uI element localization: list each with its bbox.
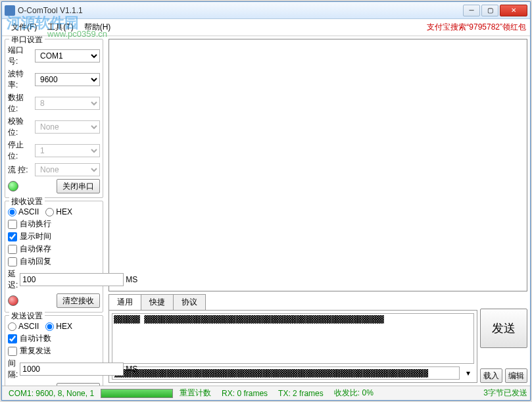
- minimize-button[interactable]: ─: [463, 5, 480, 16]
- reset-count-link[interactable]: 重置计数: [176, 388, 215, 399]
- clear-rx-button[interactable]: 清空接收: [57, 293, 100, 308]
- promo-text: 支付宝搜索“9795782”领红包: [427, 22, 526, 33]
- tx-tabs: 通用 快捷 协议: [109, 294, 477, 310]
- app-icon: [5, 5, 15, 16]
- clear-tx-button[interactable]: 清除发送: [57, 383, 100, 386]
- tab-general[interactable]: 通用: [109, 294, 141, 310]
- tab-proto[interactable]: 协议: [173, 294, 206, 310]
- parity-label: 校验位:: [8, 116, 33, 138]
- main-panel: 通用 快捷 协议 ▓▓▓▓▓▓ ▓▓▓▓▓▓▓▓▓▓▓▓▓▓▓▓▓▓▓▓▓▓▓▓…: [106, 36, 530, 386]
- rx-textarea[interactable]: [109, 39, 527, 291]
- rx-delay-label: 延迟:: [8, 268, 18, 291]
- app-window: O-ComTool V1.1.1 ─ ▢ ✕ 文件(F) 工具(T) 帮助(H)…: [1, 1, 531, 401]
- menu-tool[interactable]: 工具(T): [42, 20, 78, 35]
- port-status-led: [8, 181, 18, 191]
- tx-textarea[interactable]: ▓▓▓▓▓▓ ▓▓▓▓▓▓▓▓▓▓▓▓▓▓▓▓▓▓▓▓▓▓▓▓▓▓▓▓▓▓▓▓▓…: [112, 313, 474, 364]
- rx-wrap-checkbox[interactable]: 自动换行: [8, 218, 100, 230]
- menu-help[interactable]: 帮助(H): [79, 20, 116, 35]
- rx-time-checkbox[interactable]: 显示时间: [8, 231, 100, 242]
- data-select[interactable]: 8: [35, 97, 100, 110]
- status-progress: [101, 389, 173, 398]
- rx-ascii-radio[interactable]: ASCII: [8, 207, 39, 216]
- status-com-info: COM1: 9600, 8, None, 1: [5, 389, 98, 398]
- rx-hex-radio[interactable]: HEX: [45, 207, 72, 216]
- port-select[interactable]: COM1: [35, 49, 100, 63]
- titlebar: O-ComTool V1.1.1 ─ ▢ ✕: [2, 2, 530, 19]
- menubar: 文件(F) 工具(T) 帮助(H) 支付宝搜索“9795782”领红包: [2, 19, 530, 36]
- tx-count-checkbox[interactable]: 自动计数: [8, 333, 100, 344]
- rx-reply-checkbox[interactable]: 自动回复: [8, 256, 100, 267]
- tx-interval-unit: MS: [126, 364, 137, 374]
- tab-quick[interactable]: 快捷: [141, 294, 174, 310]
- status-tx-count: TX: 2 frames: [274, 389, 327, 398]
- tx-line-input[interactable]: [112, 366, 460, 380]
- load-button[interactable]: 载入: [480, 368, 502, 383]
- tx-panel: 通用 快捷 协议 ▓▓▓▓▓▓ ▓▓▓▓▓▓▓▓▓▓▓▓▓▓▓▓▓▓▓▓▓▓▓▓…: [109, 294, 527, 383]
- tx-interval-input[interactable]: [20, 363, 124, 376]
- close-button[interactable]: ✕: [500, 5, 527, 16]
- tx-ascii-radio[interactable]: ASCII: [8, 322, 39, 331]
- rx-delay-unit: MS: [126, 275, 137, 284]
- baud-select[interactable]: 9600: [35, 73, 100, 86]
- tx-group-title: 发送设置: [9, 311, 45, 322]
- rx-delay-input[interactable]: [20, 273, 124, 286]
- rx-group-title: 接收设置: [9, 196, 45, 207]
- sidebar: 串口设置 端口号:COM1 波特率:9600 数据位:8 校验位:None 停止…: [2, 36, 106, 386]
- port-label: 端口号:: [8, 45, 33, 67]
- window-title: O-ComTool V1.1.1: [18, 6, 462, 15]
- close-port-button[interactable]: 关闭串口: [57, 179, 100, 193]
- status-sent-bytes: 3字节已发送: [483, 388, 527, 399]
- parity-select[interactable]: None: [35, 120, 100, 134]
- menu-file[interactable]: 文件(F): [6, 20, 42, 35]
- status-rx-count: RX: 0 frames: [218, 389, 272, 398]
- status-ratio: 收发比: 0%: [330, 388, 377, 399]
- maximize-button[interactable]: ▢: [481, 5, 498, 16]
- baud-label: 波特率:: [8, 68, 33, 91]
- tx-repeat-checkbox[interactable]: 重复发送: [8, 345, 100, 357]
- rx-settings-group: 接收设置 ASCII HEX 自动换行 显示时间 自动保存 自动回复 延迟:MS…: [5, 201, 103, 313]
- stop-select[interactable]: 1: [35, 144, 100, 157]
- tx-interval-label: 间隔:: [8, 358, 18, 380]
- edit-button[interactable]: 编辑: [505, 368, 527, 383]
- port-settings-group: 串口设置 端口号:COM1 波特率:9600 数据位:8 校验位:None 停止…: [5, 39, 103, 198]
- rx-status-led: [8, 295, 18, 306]
- stop-label: 停止位:: [8, 139, 33, 162]
- data-label: 数据位:: [8, 92, 33, 114]
- port-group-title: 串口设置: [9, 36, 45, 45]
- tx-hex-radio[interactable]: HEX: [45, 322, 72, 331]
- statusbar: COM1: 9600, 8, None, 1 重置计数 RX: 0 frames…: [2, 386, 530, 400]
- send-button[interactable]: 发送: [480, 309, 527, 348]
- flow-select[interactable]: None: [35, 163, 100, 176]
- dropdown-arrow-icon[interactable]: ▾: [462, 368, 474, 378]
- flow-label: 流 控:: [8, 164, 33, 176]
- rx-save-checkbox[interactable]: 自动保存: [8, 243, 100, 255]
- tx-settings-group: 发送设置 ASCII HEX 自动计数 重复发送 间隔:MS 清除发送: [5, 315, 103, 386]
